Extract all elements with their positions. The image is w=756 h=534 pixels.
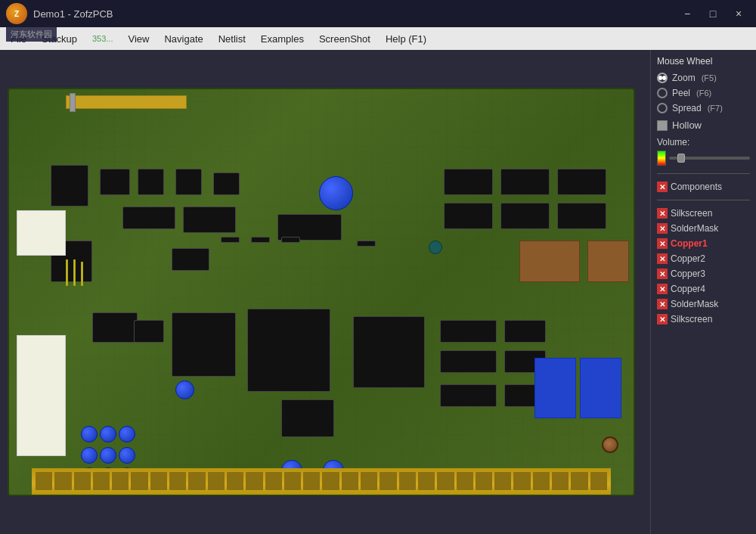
- edge-slot-29: [571, 472, 587, 490]
- layer-silkscreen-top-checkbox[interactable]: ✕: [657, 208, 668, 219]
- layer-copper4-checkbox[interactable]: ✕: [657, 284, 668, 294]
- spread-radio-row[interactable]: Spread (F7): [657, 103, 750, 113]
- close-button[interactable]: ×: [727, 5, 750, 23]
- layer-soldermask-bot-checkbox[interactable]: ✕: [657, 299, 668, 309]
- cap-blue-rect-2: [580, 358, 621, 418]
- app-title: Demo1 - ZofzPCB: [33, 8, 113, 20]
- layer-components-checkbox[interactable]: ✕: [657, 182, 668, 192]
- peel-label: Peel: [672, 88, 690, 98]
- peel-radio[interactable]: [657, 88, 668, 98]
- menu-353[interactable]: 353...: [85, 31, 121, 46]
- edge-slot-2: [54, 472, 71, 490]
- wire-yellow-2: [73, 259, 76, 286]
- menu-examples[interactable]: Examples: [253, 30, 311, 48]
- layer-copper4[interactable]: ✕ Copper4: [657, 284, 750, 294]
- edge-slot-28: [552, 472, 569, 490]
- volume-slider-container: [657, 151, 750, 166]
- layer-copper2-checkbox[interactable]: ✕: [657, 253, 668, 264]
- comp-ic-small-3: [175, 169, 202, 195]
- edge-slot-9: [188, 472, 205, 490]
- app-logo: Z: [6, 3, 27, 24]
- spread-radio[interactable]: [657, 103, 668, 113]
- edge-slot-25: [494, 472, 511, 490]
- edge-connector: [32, 468, 611, 495]
- comp-ic-small-9: [440, 350, 497, 373]
- res-3: [281, 237, 300, 243]
- layer-copper1-checkbox[interactable]: ✕: [657, 238, 668, 249]
- layer-copper2[interactable]: ✕ Copper2: [657, 253, 750, 264]
- cap-blue-rect-1: [534, 358, 576, 418]
- comp-ic-large-2: [353, 316, 425, 388]
- edge-slot-16: [322, 472, 339, 490]
- comp-ic-small-5: [172, 248, 209, 271]
- zoom-radio-row[interactable]: Zoom (F5): [657, 73, 750, 83]
- pcb-viewport[interactable]: [0, 50, 650, 534]
- layer-copper1[interactable]: ✕ Copper1: [657, 238, 750, 249]
- comp-header-top: [66, 95, 187, 109]
- menu-netlist[interactable]: Netlist: [211, 30, 253, 48]
- comp-pin-1: [70, 93, 76, 112]
- layer-soldermask-top-label: SolderMask: [671, 223, 718, 234]
- wire-yellow-3: [81, 262, 83, 286]
- zoom-key: (F5): [702, 73, 717, 82]
- comp-ic-small-11: [504, 320, 546, 343]
- comp-white-connector: [17, 335, 66, 456]
- comp-ic-large-3: [172, 312, 236, 377]
- edge-slot-14: [284, 472, 301, 490]
- layer-silkscreen-bot-checkbox[interactable]: ✕: [657, 314, 668, 324]
- titlebar: Z Demo1 - ZofzPCB − □ ×: [0, 0, 756, 27]
- mouse-wheel-title: Mouse Wheel: [657, 56, 750, 67]
- menu-screenshot[interactable]: ScreenShot: [311, 30, 378, 48]
- edge-slot-30: [590, 472, 607, 490]
- layer-copper3-checkbox[interactable]: ✕: [657, 269, 668, 279]
- cap-blue-1: [319, 176, 353, 210]
- layer-silkscreen-top[interactable]: ✕ Silkscreen: [657, 208, 750, 219]
- comp-ic-med-2: [183, 206, 236, 233]
- edge-slot-4: [93, 472, 110, 490]
- comp-mem-3: [557, 169, 606, 195]
- edge-slot-17: [342, 472, 358, 490]
- edge-slot-12: [246, 472, 262, 490]
- comp-ic-med-5: [51, 165, 88, 206]
- layer-soldermask-top[interactable]: ✕ SolderMask: [657, 223, 750, 234]
- layer-components-label: Components: [671, 182, 722, 192]
- comp-mem-1: [444, 169, 493, 195]
- wire-yellow-1: [66, 259, 68, 286]
- layer-components[interactable]: ✕ Components: [657, 182, 750, 192]
- hollow-checkbox[interactable]: [657, 120, 668, 131]
- cap-blue-11: [119, 426, 135, 442]
- hollow-row[interactable]: Hollow: [657, 120, 750, 131]
- layer-soldermask-top-checkbox[interactable]: ✕: [657, 223, 668, 234]
- peel-radio-row[interactable]: Peel (F6): [657, 88, 750, 98]
- res-2: [251, 237, 270, 243]
- menu-help[interactable]: Help (F1): [378, 30, 434, 48]
- comp-ic-med-1: [122, 206, 175, 229]
- edge-slot-10: [208, 472, 225, 490]
- zoom-radio[interactable]: [657, 73, 668, 83]
- layer-copper3[interactable]: ✕ Copper3: [657, 269, 750, 279]
- comp-ic-small-8: [440, 320, 497, 343]
- comp-ic-qfp: [281, 399, 334, 437]
- comp-mem-2: [500, 169, 550, 195]
- edge-slot-5: [112, 472, 129, 490]
- layer-silkscreen-bot[interactable]: ✕ Silkscreen: [657, 314, 750, 324]
- volume-slider-track[interactable]: [669, 157, 750, 160]
- edge-slot-7: [150, 472, 167, 490]
- edge-slot-3: [74, 472, 91, 490]
- edge-slots: [36, 472, 607, 490]
- right-panel: Mouse Wheel Zoom (F5) Peel (F6) Spread (…: [650, 50, 756, 534]
- comp-ic-small-1: [100, 169, 130, 195]
- volume-label: Volume:: [657, 137, 750, 147]
- layer-silkscreen-bot-label: Silkscreen: [671, 314, 712, 324]
- cap-blue-2: [175, 380, 194, 399]
- volume-slider-thumb[interactable]: [677, 154, 685, 163]
- layer-soldermask-bot[interactable]: ✕ SolderMask: [657, 299, 750, 309]
- menu-view[interactable]: View: [120, 30, 156, 48]
- minimize-button[interactable]: −: [676, 5, 699, 23]
- comp-ic-small-7: [134, 320, 164, 343]
- maximize-button[interactable]: □: [702, 5, 724, 23]
- comp-brown-1: [519, 241, 580, 282]
- menu-navigate[interactable]: Navigate: [156, 30, 210, 48]
- edge-slot-22: [437, 472, 454, 490]
- titlebar-left: Z Demo1 - ZofzPCB: [6, 3, 113, 24]
